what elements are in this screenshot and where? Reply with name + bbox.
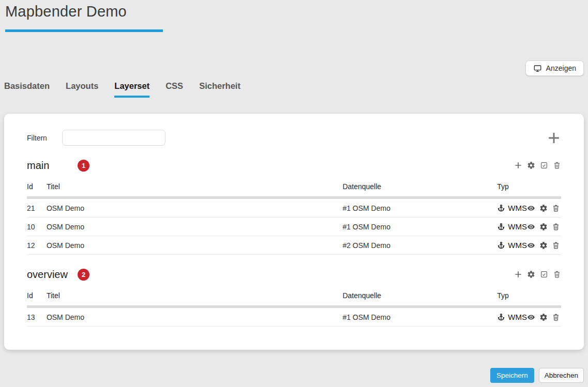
layer-type: WMS — [497, 222, 527, 231]
anchor-icon — [497, 241, 505, 250]
page-title: Mapbender Demo — [5, 3, 127, 20]
delete-layerset-button[interactable] — [553, 161, 561, 169]
trash-icon — [552, 241, 560, 250]
add-layerset-button[interactable] — [547, 131, 561, 145]
toggle-visibility-button[interactable] — [527, 204, 535, 212]
gear-icon — [539, 223, 548, 231]
toggle-visibility-button[interactable] — [527, 223, 535, 231]
layerset-panel: Filtern main 1 — [4, 114, 584, 350]
edit-instance-button[interactable] — [539, 313, 548, 321]
layer-title: OSM Demo — [47, 307, 342, 327]
edit-instance-button[interactable] — [539, 204, 548, 212]
tab-layouts[interactable]: Layouts — [66, 81, 98, 98]
save-button[interactable]: Speichern — [490, 368, 534, 383]
layer-id: 12 — [27, 236, 47, 255]
layer-row: 13 OSM Demo #1 OSM Demo WMS — [27, 307, 561, 327]
layer-row-actions — [527, 241, 560, 250]
edit-layerset-button[interactable] — [527, 161, 535, 169]
layer-title: OSM Demo — [47, 236, 342, 255]
edit-instance-button[interactable] — [539, 223, 548, 231]
layer-type-label: WMS — [508, 313, 527, 321]
layerset-section: overview 2 IdTitelDatenquelleTyp — [27, 265, 561, 327]
tab-layerset[interactable]: Layerset — [114, 81, 149, 98]
select-all-button[interactable] — [540, 270, 548, 278]
column-header-typ: Typ — [497, 286, 561, 307]
column-header-id: Id — [27, 286, 47, 307]
layerset-actions — [514, 270, 561, 278]
filter-input[interactable] — [62, 130, 165, 146]
edit-layerset-button[interactable] — [527, 270, 535, 278]
add-instance-button[interactable] — [514, 161, 522, 169]
layer-row: 10 OSM Demo #1 OSM Demo WMS — [27, 218, 561, 236]
trash-icon — [552, 204, 560, 212]
gear-icon — [527, 270, 535, 278]
gear-icon — [539, 313, 548, 321]
cancel-button[interactable]: Abbrechen — [539, 368, 584, 383]
layer-row: 21 OSM Demo #1 OSM Demo WMS — [27, 198, 561, 218]
delete-instance-button[interactable] — [552, 223, 560, 231]
layer-id: 13 — [27, 307, 47, 327]
anchor-icon — [497, 313, 505, 321]
layerset-title: overview — [27, 269, 78, 281]
layer-type: WMS — [497, 313, 527, 321]
filter-row: Filtern — [27, 130, 561, 146]
plus-icon — [547, 131, 561, 145]
layer-type: WMS — [497, 241, 527, 250]
eye-icon — [527, 204, 535, 212]
delete-instance-button[interactable] — [552, 313, 560, 321]
layer-type: WMS — [497, 204, 527, 212]
layer-type-label: WMS — [508, 241, 527, 250]
column-header-typ: Typ — [497, 177, 561, 198]
layer-row-actions — [527, 223, 560, 231]
plus-icon — [514, 161, 522, 169]
delete-instance-button[interactable] — [552, 204, 560, 212]
toggle-visibility-button[interactable] — [527, 241, 535, 250]
layer-table-header-row: IdTitelDatenquelleTyp — [27, 177, 561, 198]
layerset-count-badge: 2 — [78, 269, 89, 281]
trash-icon — [552, 313, 560, 321]
eye-icon — [527, 223, 535, 231]
plus-icon — [514, 270, 522, 278]
layerset-section: main 1 IdTitelDatenquelleTyp — [27, 156, 561, 255]
layer-datasource: #1 OSM Demo — [342, 307, 497, 327]
layerset-sections: main 1 IdTitelDatenquelleTyp — [27, 156, 561, 327]
tab-sicherheit[interactable]: Sicherheit — [199, 81, 240, 98]
trash-icon — [553, 270, 561, 278]
trash-icon — [552, 223, 560, 231]
layerset-count-badge: 1 — [78, 160, 89, 172]
column-header-titel: Titel — [47, 177, 342, 198]
delete-instance-button[interactable] — [552, 241, 560, 250]
edit-instance-button[interactable] — [539, 241, 548, 250]
gear-icon — [539, 241, 548, 250]
filter-label: Filtern — [27, 134, 47, 142]
show-application-label: Anzeigen — [546, 64, 576, 72]
layer-title: OSM Demo — [47, 218, 342, 236]
layer-row-actions — [527, 313, 560, 321]
column-header-datenquelle: Datenquelle — [342, 177, 497, 198]
layer-table: IdTitelDatenquelleTyp 21 OSM Demo #1 OSM… — [27, 177, 561, 255]
layer-table: IdTitelDatenquelleTyp 13 OSM Demo #1 OSM… — [27, 286, 561, 327]
add-instance-button[interactable] — [514, 270, 522, 278]
tab-css[interactable]: CSS — [165, 81, 183, 98]
toggle-visibility-button[interactable] — [527, 313, 535, 321]
column-header-titel: Titel — [47, 286, 342, 307]
column-header-id: Id — [27, 177, 47, 198]
tab-basisdaten[interactable]: Basisdaten — [4, 81, 50, 98]
layerset-title: main — [27, 160, 78, 172]
show-application-button[interactable]: Anzeigen — [525, 60, 584, 76]
layer-type-label: WMS — [508, 222, 527, 231]
layer-datasource: #1 OSM Demo — [342, 218, 497, 236]
checkbox-checked-icon — [540, 161, 548, 169]
layerset-section-header: main 1 — [27, 156, 561, 175]
delete-layerset-button[interactable] — [553, 270, 561, 278]
gear-icon — [539, 204, 548, 212]
tab-bar: BasisdatenLayoutsLayersetCSSSicherheit — [4, 81, 240, 98]
layer-title: OSM Demo — [47, 198, 342, 218]
column-header-datenquelle: Datenquelle — [342, 286, 497, 307]
gear-icon — [527, 161, 535, 169]
layer-row: 12 OSM Demo #2 OSM Demo WMS — [27, 236, 561, 255]
layer-id: 10 — [27, 218, 47, 236]
eye-icon — [527, 241, 535, 250]
monitor-icon — [533, 64, 542, 73]
select-all-button[interactable] — [540, 161, 548, 169]
